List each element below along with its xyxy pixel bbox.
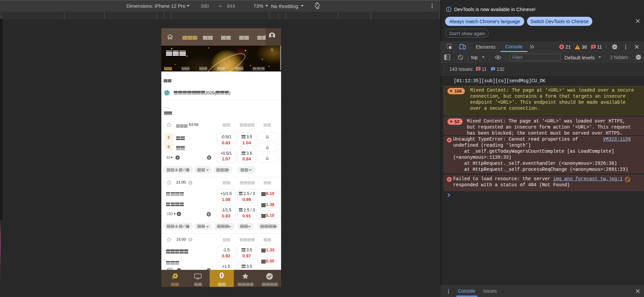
svg-text:$: $ bbox=[208, 213, 210, 216]
svg-text:$: $ bbox=[208, 156, 210, 159]
